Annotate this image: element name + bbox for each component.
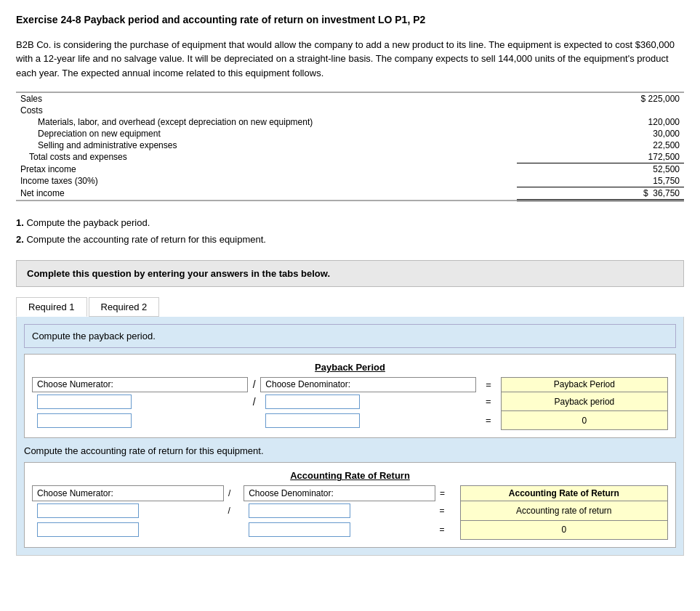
payback-calc-table: Choose Numerator: / Choose Denominator: … [32, 377, 668, 431]
arr-input-row2: = 0 [33, 520, 668, 539]
payback-input-row1: / = Payback period [33, 392, 668, 411]
arr-numerator-input2[interactable] [37, 522, 139, 537]
arr-denominator-input[interactable] [249, 503, 350, 518]
table-row: Income taxes (30%) 15,750 [16, 175, 684, 187]
payback-numerator-header: Choose Numerator: [33, 377, 248, 392]
arr-calc-table: Choose Numerator: / Choose Denominator: … [32, 485, 668, 540]
payback-equals-row2: = [476, 411, 502, 430]
table-row: Sales $ 225,000 [16, 92, 684, 105]
table-row: Costs [16, 105, 684, 116]
income-label: Total costs and expenses [16, 151, 517, 163]
payback-denominator-input2-cell [261, 411, 476, 430]
question-1: 1. Compute the payback period. [16, 214, 684, 231]
income-label: Net income [16, 187, 517, 201]
tab1-content: Compute the payback period. Payback Peri… [17, 317, 683, 555]
payback-denominator-input[interactable] [265, 394, 360, 409]
payback-result-row1: Payback period [501, 392, 667, 411]
payback-input-row2: = 0 [33, 411, 668, 430]
tab-required-1[interactable]: Required 1 [16, 297, 87, 317]
payback-slash-row1: / [247, 392, 261, 411]
payback-table-title: Payback Period [32, 362, 668, 373]
page-title: Exercise 24-8 Payback period and account… [16, 13, 684, 28]
questions-section: 1. Compute the payback period. 2. Comput… [16, 214, 684, 248]
payback-section-label: Compute the payback period. [24, 324, 676, 348]
arr-denominator-header: Choose Denominator: [244, 486, 435, 501]
arr-slash-row1: / [223, 501, 244, 521]
income-amount: 30,000 [517, 128, 684, 139]
arr-slash-header: / [223, 486, 244, 501]
arr-slash-row2 [223, 520, 244, 539]
income-amount: 22,500 [517, 139, 684, 151]
table-row: Net income $ 36,750 [16, 187, 684, 201]
payback-denominator-header: Choose Denominator: [261, 377, 476, 392]
arr-equals-header: = [435, 486, 461, 501]
table-row: Total costs and expenses 172,500 [16, 151, 684, 163]
payback-result-row2: 0 [501, 411, 667, 430]
question-1-num: 1. [16, 217, 24, 228]
complete-box: Complete this question by entering your … [16, 260, 684, 287]
arr-numerator-input[interactable] [37, 503, 139, 518]
tab-content-area: Compute the payback period. Payback Peri… [16, 317, 684, 556]
payback-equals-header: = [476, 377, 502, 392]
income-label: Costs [16, 105, 517, 116]
payback-numerator-input2[interactable] [37, 413, 132, 428]
arr-denominator-input2-cell [244, 520, 435, 539]
income-label: Materials, labor, and overhead (except d… [16, 116, 517, 128]
income-label: Pretax income [16, 163, 517, 176]
table-row: Depreciation on new equipment 30,000 [16, 128, 684, 139]
income-amount: 15,750 [517, 175, 684, 187]
arr-equals-row2: = [435, 520, 461, 539]
income-label: Selling and administrative expenses [16, 139, 517, 151]
arr-section-label: Compute the accounting rate of return fo… [24, 445, 676, 456]
income-table: Sales $ 225,000 Costs Materials, labor, … [16, 92, 684, 201]
tabs-row: Required 1 Required 2 [16, 297, 684, 317]
table-row: Pretax income 52,500 [16, 163, 684, 176]
income-amount: 120,000 [517, 116, 684, 128]
arr-input-row1: / = Accounting rate of return [33, 501, 668, 521]
arr-header-row: Choose Numerator: / Choose Denominator: … [33, 486, 668, 501]
table-row: Materials, labor, and overhead (except d… [16, 116, 684, 128]
income-amount: 172,500 [517, 151, 684, 163]
arr-numerator-input2-cell [33, 520, 224, 539]
arr-result-row1: Accounting rate of return [460, 501, 667, 521]
payback-result-header: Payback Period [501, 377, 667, 392]
payback-header-row: Choose Numerator: / Choose Denominator: … [33, 377, 668, 392]
table-row: Selling and administrative expenses 22,5… [16, 139, 684, 151]
payback-slash-header: / [247, 377, 261, 392]
arr-denominator-input2[interactable] [249, 522, 350, 537]
income-amount: $ 225,000 [517, 92, 684, 105]
payback-numerator-input[interactable] [37, 394, 132, 409]
income-amount: 52,500 [517, 163, 684, 176]
intro-text: B2B Co. is considering the purchase of e… [16, 38, 684, 81]
payback-calc-section: Payback Period Choose Numerator: / Choos… [24, 354, 676, 439]
payback-numerator-input-cell [33, 392, 248, 411]
arr-equals-row1: = [435, 501, 461, 521]
payback-denominator-input2[interactable] [265, 413, 360, 428]
income-label: Sales [16, 92, 517, 105]
arr-result-row2: 0 [460, 520, 667, 539]
income-label: Depreciation on new equipment [16, 128, 517, 139]
arr-numerator-header: Choose Numerator: [33, 486, 224, 501]
payback-slash-row2 [247, 411, 261, 430]
income-amount [517, 105, 684, 116]
arr-numerator-input-cell [33, 501, 224, 521]
payback-numerator-input2-cell [33, 411, 248, 430]
income-label: Income taxes (30%) [16, 175, 517, 187]
arr-result-header: Accounting Rate of Return [460, 486, 667, 501]
arr-denominator-input-cell [244, 501, 435, 521]
payback-denominator-input-cell [261, 392, 476, 411]
arr-table-title: Accounting Rate of Return [32, 470, 668, 481]
question-2: 2. Compute the accounting rate of return… [16, 231, 684, 248]
tab-required-2[interactable]: Required 2 [89, 297, 160, 317]
income-amount: $ 36,750 [517, 187, 684, 201]
payback-equals-row1: = [476, 392, 502, 411]
arr-calc-section: Accounting Rate of Return Choose Numerat… [24, 462, 676, 548]
question-2-num: 2. [16, 234, 24, 245]
